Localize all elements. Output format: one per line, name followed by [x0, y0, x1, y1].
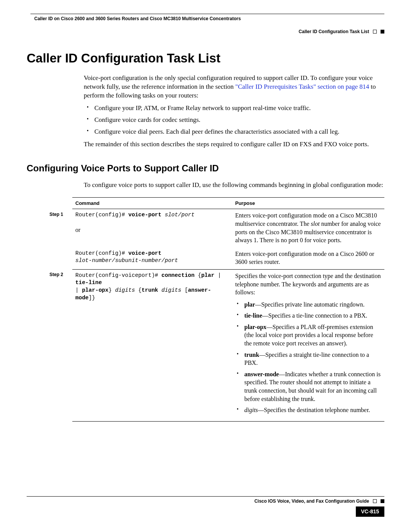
breadcrumb-bar: Caller ID Configuration Task List — [27, 29, 384, 35]
section-heading: Configuring Voice Ports to Support Calle… — [27, 162, 384, 174]
marker-solid-square-icon — [381, 30, 384, 34]
kw-item: digits—Specifies the destination telepho… — [235, 406, 381, 414]
intro-para-2: The remainder of this section describes … — [84, 140, 384, 149]
marker-solid-square-icon — [381, 499, 384, 503]
command-code: Router(config)# voice-port slot-number/s… — [75, 250, 229, 265]
command-code: Router(config-voiceport)# connection {pl… — [75, 272, 229, 302]
step-label: Step 2 — [49, 269, 72, 421]
purpose-bullets: plar—Specifies private line automatic ri… — [235, 300, 381, 414]
purpose-intro: Specifies the voice-port connection type… — [235, 272, 381, 297]
step-label: Step 1 — [49, 209, 72, 270]
marker-hollow-square-icon — [373, 499, 377, 503]
breadcrumb-text: Caller ID Configuration Task List — [299, 29, 369, 35]
intro-bullet: Configure voice dial peers. Each dial pe… — [84, 128, 384, 136]
th-command: Command — [72, 197, 232, 209]
kw-item: plar—Specifies private line automatic ri… — [235, 300, 381, 309]
intro-bullet: Configure voice cards for codec settings… — [84, 116, 384, 125]
or-separator: or — [75, 226, 229, 234]
intro-bullet: Configure your IP, ATM, or Frame Relay n… — [84, 104, 384, 113]
doc-chapter-title: Caller ID on Cisco 2600 and 3600 Series … — [34, 16, 384, 22]
marker-hollow-square-icon — [373, 30, 377, 34]
command-table: Command Purpose Step 1 Router(config)# v… — [49, 197, 384, 422]
prereq-link[interactable]: "Caller ID Prerequisites Tasks" section … — [235, 83, 369, 90]
command-code: Router(config)# voice-port slot/port — [75, 211, 229, 219]
footer-guide-title: Cisco IOS Voice, Video, and Fax Configur… — [254, 498, 369, 504]
purpose-text: Enters voice-port configuration mode on … — [235, 250, 381, 266]
kw-item: trunk—Specifies a straight tie-line conn… — [235, 351, 381, 367]
page-title: Caller ID Configuration Task List — [27, 50, 384, 67]
intro-bullets: Configure your IP, ATM, or Frame Relay n… — [84, 104, 384, 136]
kw-item: answer-mode—Indicates whether a trunk co… — [235, 370, 381, 403]
kw-item: tie-line—Specifies a tie-line connection… — [235, 312, 381, 320]
intro-para-1: Voice-port configuration is the only spe… — [84, 74, 384, 100]
top-rule — [30, 14, 384, 14]
purpose-text: Enters voice-port configuration mode on … — [235, 211, 381, 244]
sub-intro-para: To configure voice ports to support call… — [84, 181, 384, 190]
page-footer: Cisco IOS Voice, Video, and Fax Configur… — [27, 496, 384, 517]
kw-item: plar-opx—Specifies a PLAR off-premises e… — [235, 323, 381, 348]
th-purpose: Purpose — [232, 197, 384, 209]
page-number: VC-815 — [356, 506, 384, 517]
